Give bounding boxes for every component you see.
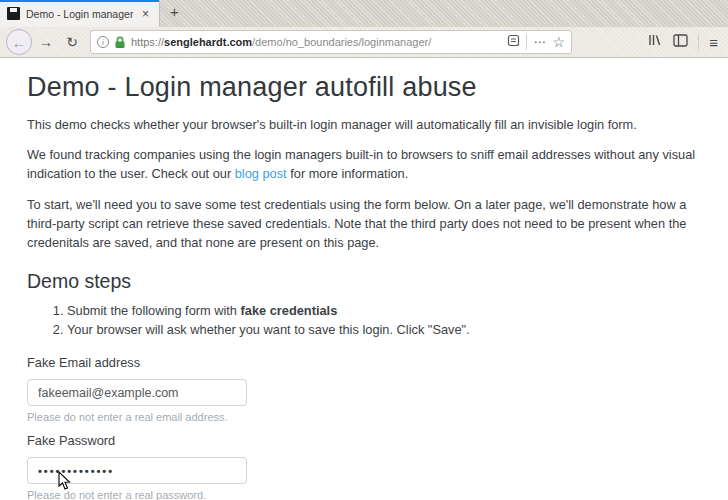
navigation-toolbar: ← → ↻ i https://senglehardt.com/demo/no_… bbox=[0, 27, 728, 58]
password-help-text: Please do not enter a real password. bbox=[27, 489, 708, 500]
sidebar-toggle-icon[interactable] bbox=[673, 33, 688, 51]
page-actions-icon[interactable]: ⋯ bbox=[533, 35, 546, 49]
intro-paragraph-2: We found tracking companies using the lo… bbox=[27, 145, 708, 183]
list-item: Submit the following form with fake cred… bbox=[67, 302, 708, 321]
toolbar-separator bbox=[698, 34, 699, 50]
blog-post-link[interactable]: blog post bbox=[235, 166, 287, 181]
https-lock-icon[interactable] bbox=[114, 36, 126, 49]
demo-steps-heading: Demo steps bbox=[27, 270, 708, 293]
password-group: Fake Password Please do not enter a real… bbox=[27, 433, 708, 500]
email-label: Fake Email address bbox=[27, 355, 708, 370]
reload-button[interactable]: ↻ bbox=[60, 30, 84, 54]
urlbar-separator bbox=[526, 34, 527, 50]
url-domain: senglehardt.com bbox=[164, 36, 252, 48]
url-path: /demo/no_boundaries/loginmanager/ bbox=[252, 36, 431, 48]
intro-paragraph-1: This demo checks whether your browser's … bbox=[27, 115, 708, 134]
url-text[interactable]: https://senglehardt.com/demo/no_boundari… bbox=[131, 36, 502, 48]
credentials-form: Fake Email address Please do not enter a… bbox=[27, 355, 708, 500]
demo-steps-list: Submit the following form with fake cred… bbox=[27, 302, 708, 339]
page-content: Demo - Login manager autofill abuse This… bbox=[0, 58, 728, 500]
step-1-text: Submit the following form with bbox=[67, 303, 241, 318]
site-info-icon[interactable]: i bbox=[97, 36, 109, 48]
email-group: Fake Email address Please do not enter a… bbox=[27, 355, 708, 423]
page-title: Demo - Login manager autofill abuse bbox=[27, 72, 708, 103]
tab-title: Demo - Login manager autofill abuse bbox=[26, 8, 133, 20]
tab-bar: Demo - Login manager autofill abuse × + bbox=[0, 0, 728, 27]
page-favicon-icon bbox=[7, 7, 20, 20]
new-tab-button[interactable]: + bbox=[160, 0, 189, 27]
reader-mode-icon[interactable] bbox=[507, 33, 520, 51]
forward-button[interactable]: → bbox=[34, 30, 58, 54]
password-field[interactable] bbox=[27, 457, 247, 484]
intro-paragraph-3: To start, we'll need you to save some te… bbox=[27, 195, 708, 253]
list-item: Your browser will ask whether you want t… bbox=[67, 321, 708, 340]
intro-2-post: for more information. bbox=[287, 166, 409, 181]
back-button[interactable]: ← bbox=[6, 29, 32, 55]
url-bar[interactable]: i https://senglehardt.com/demo/no_bounda… bbox=[90, 30, 572, 54]
hamburger-menu-icon[interactable]: ≡ bbox=[709, 34, 718, 51]
password-label: Fake Password bbox=[27, 433, 708, 448]
step-1-bold: fake credentials bbox=[241, 303, 338, 318]
email-field[interactable] bbox=[27, 379, 247, 406]
bookmark-star-icon[interactable]: ☆ bbox=[552, 34, 565, 50]
tab-close-icon[interactable]: × bbox=[139, 7, 152, 21]
step-2-text: Your browser will ask whether you want t… bbox=[67, 322, 470, 337]
email-help-text: Please do not enter a real email address… bbox=[27, 411, 708, 423]
browser-tab[interactable]: Demo - Login manager autofill abuse × bbox=[0, 0, 160, 27]
library-icon[interactable] bbox=[647, 33, 663, 51]
url-scheme: https:// bbox=[131, 36, 164, 48]
